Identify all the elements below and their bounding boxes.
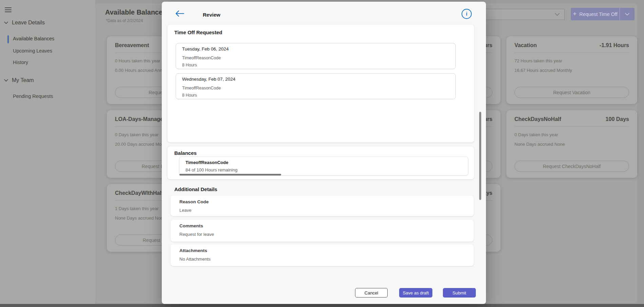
selected-item-indicator bbox=[7, 35, 9, 43]
chevron-down-icon bbox=[555, 13, 560, 16]
sidebar-item-pending-requests[interactable]: Pending Requests bbox=[13, 94, 53, 99]
card-value: -1.91 Hours bbox=[600, 42, 629, 48]
app-screen: Leave Details Available Balances Upcomin… bbox=[0, 0, 644, 307]
vertical-scrollbar-thumb[interactable] bbox=[479, 112, 481, 200]
divider bbox=[514, 126, 629, 127]
card-title: LOA-Days-Manager bbox=[115, 116, 165, 122]
card-taken: 72 Hours taken this year bbox=[514, 58, 629, 63]
hamburger-menu-icon[interactable] bbox=[5, 7, 12, 13]
info-icon[interactable]: i bbox=[462, 9, 472, 19]
balance-item: TimeoffReasonCode 84 of 100 Hours remain… bbox=[179, 157, 468, 176]
sidebar: Leave Details Available Balances Upcomin… bbox=[0, 0, 95, 304]
time-off-entry: Wednesday, Feb 07, 2024 TimeoffReasonCod… bbox=[176, 73, 456, 99]
entry-date: Wednesday, Feb 07, 2024 bbox=[182, 77, 449, 82]
submit-button[interactable]: Submit bbox=[443, 288, 476, 298]
request-time-off-button[interactable]: + Request Time Off bbox=[571, 8, 635, 20]
entry-hours: 8 Hours bbox=[182, 93, 449, 98]
plus-icon: + bbox=[573, 11, 577, 17]
modal-title: Review bbox=[203, 12, 220, 18]
balance-remaining: 84 of 100 Hours remaining bbox=[186, 167, 462, 172]
balance-card-checkdaysnohalf: CheckDaysNoHalf100 Days 0 Days taken thi… bbox=[506, 110, 637, 178]
card-taken: 0 Days taken this year bbox=[514, 132, 629, 137]
entry-reason: TimeoffReasonCode bbox=[182, 86, 449, 90]
chevron-down-icon bbox=[4, 21, 8, 24]
section-heading: Time Off Requested bbox=[174, 29, 222, 35]
horizontal-scrollbar-thumb[interactable] bbox=[179, 174, 281, 176]
sidebar-section-label: Leave Details bbox=[12, 20, 45, 26]
sidebar-item-history[interactable]: History bbox=[13, 60, 28, 65]
request-checkdaysnohalf-button[interactable]: Request CheckDaysNoHalf bbox=[514, 161, 629, 172]
save-as-draft-button[interactable]: Save as draft bbox=[399, 288, 432, 298]
sidebar-section-my-team[interactable]: My Team bbox=[4, 77, 34, 83]
section-heading: Additional Details bbox=[174, 186, 217, 192]
detail-card-attachments: Attachments No Attachments bbox=[171, 244, 474, 266]
sidebar-item-upcoming-leaves[interactable]: Upcoming Leaves bbox=[13, 48, 52, 54]
entry-reason: TimeoffReasonCode bbox=[182, 56, 449, 60]
detail-label: Reason Code bbox=[179, 199, 465, 204]
time-off-entry: Tuesday, Feb 06, 2024 TimeoffReasonCode … bbox=[176, 43, 456, 69]
detail-value: No Attachments bbox=[179, 257, 465, 262]
chevron-down-icon bbox=[625, 13, 629, 16]
detail-label: Attachments bbox=[179, 248, 465, 253]
card-accrued: 16.67 Hours accrued Monthly bbox=[514, 68, 629, 73]
card-value: 100 Days bbox=[606, 116, 629, 122]
request-time-off-menu-toggle[interactable] bbox=[620, 13, 635, 16]
detail-value: Leave bbox=[179, 208, 465, 213]
back-arrow-icon[interactable] bbox=[175, 10, 185, 17]
cancel-button[interactable]: Cancel bbox=[355, 288, 388, 298]
bottom-edge-strip bbox=[0, 304, 644, 307]
sidebar-section-leave-details[interactable]: Leave Details bbox=[4, 20, 45, 26]
balance-card-vacation: Vacation-1.91 Hours 72 Hours taken this … bbox=[506, 36, 637, 104]
card-title: CheckDaysNoHalf bbox=[514, 116, 561, 122]
review-modal: Review i Time Off Requested Tuesday, Feb… bbox=[162, 2, 486, 304]
data-as-of-note: *Data as of 2/2/2024 bbox=[106, 18, 143, 23]
detail-value: Request for leave bbox=[179, 232, 465, 237]
page-title: Available Balances bbox=[105, 8, 166, 16]
time-off-requested-section: Time Off Requested Tuesday, Feb 06, 2024… bbox=[168, 25, 474, 142]
entry-date: Tuesday, Feb 06, 2024 bbox=[182, 46, 449, 52]
detail-card-reason-code: Reason Code Leave bbox=[171, 196, 474, 216]
request-vacation-button[interactable]: Request Vacation bbox=[514, 87, 629, 98]
chevron-down-icon bbox=[4, 79, 8, 82]
detail-card-comments: Comments Request for leave bbox=[171, 220, 474, 242]
balance-name: TimeoffReasonCode bbox=[186, 160, 462, 165]
balances-section: Balances TimeoffReasonCode 84 of 100 Hou… bbox=[168, 146, 474, 179]
section-heading: Balances bbox=[174, 150, 197, 156]
sidebar-section-label: My Team bbox=[12, 77, 34, 83]
card-title: CheckDayWIthHalf bbox=[115, 190, 163, 196]
card-title: Vacation bbox=[514, 42, 537, 48]
request-time-off-label: Request Time Off bbox=[579, 12, 618, 17]
entry-hours: 8 Hours bbox=[182, 63, 449, 67]
divider bbox=[514, 53, 629, 53]
card-title: Bereavement bbox=[115, 42, 149, 48]
sidebar-item-available-balances[interactable]: Available Balances bbox=[13, 36, 54, 41]
detail-label: Comments bbox=[179, 223, 465, 228]
card-accrued: None Days accrued None bbox=[514, 142, 629, 147]
